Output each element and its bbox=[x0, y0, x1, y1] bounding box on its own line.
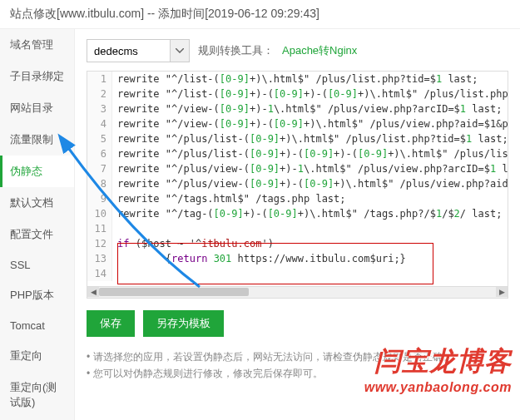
sidebar-item-subdir[interactable]: 子目录绑定 bbox=[0, 61, 74, 92]
code-line: 11 bbox=[87, 221, 508, 236]
sidebar-item-traffic[interactable]: 流量限制 bbox=[0, 124, 74, 156]
sidebar-item-tomcat[interactable]: Tomcat bbox=[0, 311, 74, 340]
code-line: 5rewrite "^/plus/list-([0-9]+)\.html$" /… bbox=[87, 131, 508, 146]
code-line: 6rewrite "^/plus/list-([0-9]+)-([0-9]+)-… bbox=[87, 146, 508, 161]
convert-link[interactable]: Apache转Nginx bbox=[282, 43, 357, 58]
tip-item: 您可以对伪静态规则进行修改，修改完后保存即可。 bbox=[87, 365, 508, 382]
sidebar-item-redirect-beta[interactable]: 重定向(测试版) bbox=[0, 372, 74, 418]
code-line: 9rewrite "^/tags.html$" /tags.php last; bbox=[87, 191, 508, 206]
code-line: 7rewrite "^/plus/view-([0-9]+)-1\.html$"… bbox=[87, 161, 508, 176]
code-line: 12if ($host ~ '^itbulu.com') bbox=[87, 236, 508, 251]
chevron-down-icon[interactable] bbox=[170, 39, 190, 62]
horizontal-scrollbar[interactable]: ◀ ▶ bbox=[87, 287, 508, 299]
sidebar-item-php[interactable]: PHP版本 bbox=[0, 279, 74, 311]
scroll-left-icon[interactable]: ◀ bbox=[87, 287, 99, 297]
sidebar-item-config[interactable]: 配置文件 bbox=[0, 219, 74, 250]
sidebar: 域名管理子目录绑定网站目录流量限制伪静态默认文档配置文件SSLPHP版本Tomc… bbox=[0, 29, 75, 420]
code-line: 3rewrite "^/view-([0-9]+)-1\.html$" /plu… bbox=[87, 101, 508, 116]
code-line: 8rewrite "^/plus/view-([0-9]+)-([0-9]+)\… bbox=[87, 176, 508, 191]
sidebar-item-redirect[interactable]: 重定向 bbox=[0, 340, 74, 372]
template-select[interactable] bbox=[87, 39, 190, 62]
code-line: 13 {return 301 https://www.itbulu.com$ur… bbox=[87, 251, 508, 266]
code-line: 10rewrite "^/tag-([0-9]+)-([0-9]+)\.html… bbox=[87, 206, 508, 221]
code-line: 14 bbox=[87, 266, 508, 281]
sidebar-item-default[interactable]: 默认文档 bbox=[0, 187, 74, 219]
tip-item: 请选择您的应用，若设置伪静态后，网站无法访问，请检查伪静态规则是否正确。 bbox=[87, 348, 508, 365]
sidebar-item-rewrite[interactable]: 伪静态 bbox=[0, 156, 74, 187]
save-button[interactable]: 保存 bbox=[87, 310, 135, 337]
code-line: 2rewrite "^/list-([0-9]+)-([0-9]+)-([0-9… bbox=[87, 86, 508, 101]
sidebar-item-ssl[interactable]: SSL bbox=[0, 250, 74, 279]
save-template-button[interactable]: 另存为模板 bbox=[143, 310, 224, 337]
scroll-thumb[interactable] bbox=[99, 288, 249, 296]
code-editor[interactable]: 1rewrite "^/list-([0-9]+)\.html$" /plus/… bbox=[87, 71, 508, 287]
template-select-input[interactable] bbox=[87, 39, 170, 62]
main-panel: 规则转换工具： Apache转Nginx 1rewrite "^/list-([… bbox=[75, 29, 520, 420]
page-title: 站点修改[www.itbulu.com] -- 添加时间[2019-06-12 … bbox=[0, 0, 520, 29]
scroll-right-icon[interactable]: ▶ bbox=[496, 287, 508, 297]
code-line: 4rewrite "^/view-([0-9]+)-([0-9]+)\.html… bbox=[87, 116, 508, 131]
code-line: 1rewrite "^/list-([0-9]+)\.html$" /plus/… bbox=[87, 72, 508, 86]
sidebar-item-webdir[interactable]: 网站目录 bbox=[0, 92, 74, 124]
sidebar-item-domain[interactable]: 域名管理 bbox=[0, 29, 74, 61]
tips-list: 请选择您的应用，若设置伪静态后，网站无法访问，请检查伪静态规则是否正确。您可以对… bbox=[87, 348, 508, 382]
toolbar-label: 规则转换工具： bbox=[198, 43, 274, 58]
